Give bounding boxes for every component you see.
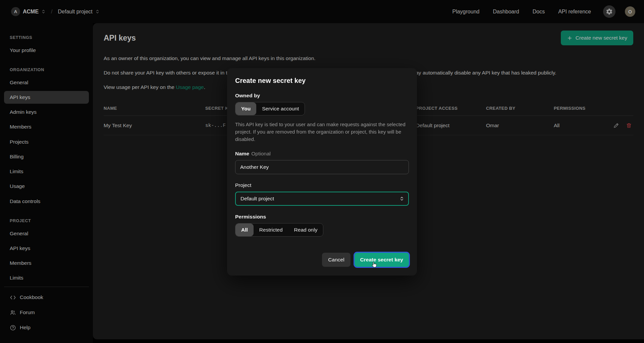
owner-description: This API key is tied to your user and ca… (235, 121, 408, 143)
chevron-expand-icon (399, 196, 404, 201)
permissions-segmented-control: All Restricted Read only (235, 223, 323, 237)
cancel-button[interactable]: Cancel (322, 253, 350, 267)
name-label: Name (235, 151, 249, 156)
project-label: Project (235, 182, 409, 188)
name-optional-hint: Optional (251, 151, 271, 156)
key-name-input[interactable] (235, 160, 409, 174)
create-secret-key-submit-button[interactable]: Create secret key (355, 253, 409, 267)
owner-option-service-account[interactable]: Service account (256, 102, 305, 115)
permissions-label: Permissions (235, 214, 409, 220)
permissions-option-all[interactable]: All (235, 224, 254, 236)
project-select-value: Default project (240, 196, 274, 202)
modal-footer: Cancel Create secret key (235, 253, 409, 267)
owned-by-label: Owned by (235, 93, 409, 99)
permissions-option-restricted[interactable]: Restricted (254, 224, 288, 236)
modal-title: Create new secret key (235, 77, 409, 85)
mouse-cursor (370, 261, 378, 268)
owner-option-you[interactable]: You (235, 102, 256, 115)
permissions-option-read-only[interactable]: Read only (288, 224, 323, 236)
create-secret-key-modal: Create new secret key Owned by You Servi… (227, 68, 417, 276)
name-label-row: NameOptional (235, 151, 409, 157)
project-select[interactable]: Default project (235, 192, 409, 206)
owned-by-segmented-control: You Service account (235, 102, 305, 115)
